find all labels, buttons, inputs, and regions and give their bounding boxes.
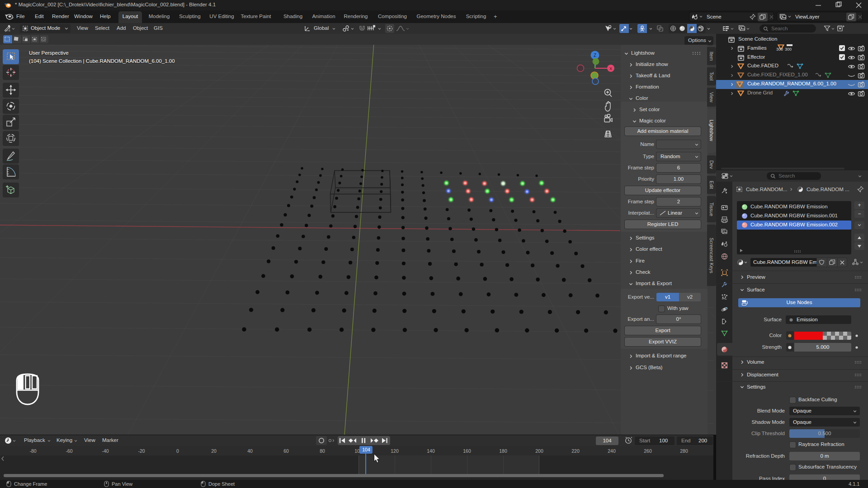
svg-text:X: X [609,66,612,71]
svg-text:Z: Z [594,53,596,58]
